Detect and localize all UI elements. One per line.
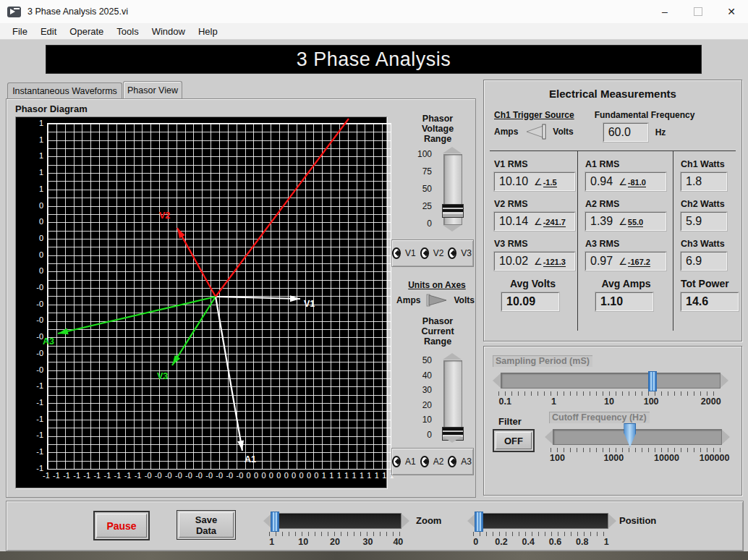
scale-label: 30 <box>363 537 373 547</box>
a1-rms-label: A1 RMS <box>585 159 667 169</box>
menu-window[interactable]: Window <box>145 25 192 38</box>
hz-unit-label: Hz <box>655 127 666 137</box>
sampling-period-slider[interactable] <box>501 373 721 389</box>
cutoff-left-arrow-icon[interactable] <box>545 430 553 444</box>
tick-label: -0 <box>236 471 243 480</box>
scale-label: 0.8 <box>576 537 588 547</box>
filter-label: Filter <box>498 416 522 427</box>
tick-label: 0 <box>403 219 432 228</box>
save-data-button[interactable]: Save Data <box>177 510 236 540</box>
current-range-scale: 50403020100 <box>403 356 432 439</box>
tick-label: 0 <box>254 471 258 480</box>
menu-file[interactable]: File <box>6 25 34 38</box>
tick-label: 0 <box>307 471 311 480</box>
units-on-axes-label: Units on Axes <box>397 280 477 290</box>
scale-label: 20 <box>330 537 340 547</box>
tot-power-display: 14.6 <box>681 292 739 311</box>
v1-rms-display: 10.10 ∠-1.5 <box>494 172 575 191</box>
cutoff-frequency-thumb[interactable] <box>624 423 636 447</box>
tick-label: -1 <box>83 471 90 480</box>
current-select-a1-led[interactable] <box>392 456 401 467</box>
zoom-slider[interactable] <box>271 513 401 529</box>
a2-rms-display: 1.39 ∠55.0 <box>585 212 666 231</box>
cutoff-right-arrow-icon[interactable] <box>722 430 730 444</box>
tick-label: 25 <box>403 202 432 211</box>
vector-a3-label: A3 <box>43 336 54 347</box>
position-thumb[interactable] <box>475 512 483 532</box>
x-axis-ticks: -1-1-1-1-1-1-1-1-1-1-0-0-0-0-0-0-0-0-0-0… <box>43 471 394 480</box>
current-range-label: Phasor Current Range <box>410 316 465 347</box>
tick-label: 0 <box>284 471 289 480</box>
tick-label: 1 <box>17 184 43 193</box>
sampling-right-arrow-icon[interactable] <box>721 373 728 388</box>
tick-label: -1 <box>103 471 111 480</box>
voltage-select-v3-led[interactable] <box>448 247 456 259</box>
voltage-select-v2-led[interactable] <box>420 247 429 259</box>
close-button[interactable]: ✕ <box>715 0 748 23</box>
phasor-vectors: V1V2V3A1A3 <box>48 124 391 469</box>
current-select-a1-label: A1 <box>405 457 416 467</box>
menu-tools[interactable]: Tools <box>110 25 145 38</box>
phasor-view-panel: Phasor Diagram 1111100000-0-0-0-0-0-0-1-… <box>6 98 476 498</box>
position-right-arrow-icon[interactable] <box>608 514 616 528</box>
voltage-range-increment-icon[interactable] <box>443 147 462 153</box>
tick-label: -0 <box>17 332 43 341</box>
sampling-period-label: Sampling Period (mS) <box>493 355 592 367</box>
tick-label: 50 <box>403 184 432 193</box>
current-select-a3-led[interactable] <box>448 456 456 467</box>
zoom-thumb[interactable] <box>271 512 279 532</box>
scale-label: 100 <box>550 453 565 463</box>
tick-label: 0 <box>314 471 318 480</box>
voltage-select-v3-label: V3 <box>461 248 472 258</box>
tick-label: -1 <box>17 415 43 423</box>
sampling-period-thumb[interactable] <box>648 371 657 391</box>
vector-a1-label: A1 <box>245 454 256 464</box>
tick-label: 50 <box>403 356 432 365</box>
tick-label: 1 <box>337 471 341 480</box>
phasor-diagram-plot[interactable]: 1111100000-0-0-0-0-0-0-1-1-1-1-1-1 V1V2V… <box>15 116 387 488</box>
current-select-a2-led[interactable] <box>420 456 429 467</box>
scale-label: 0.2 <box>495 537 507 547</box>
tab-phasor-view[interactable]: Phasor View <box>123 81 182 98</box>
tick-label: 1 <box>17 168 43 177</box>
tick-label: -1 <box>17 398 43 407</box>
menu-operate[interactable]: Operate <box>63 25 110 38</box>
tick-label: -0 <box>226 471 233 480</box>
voltage-range-slider[interactable] <box>443 154 462 225</box>
scale-label: 0.1 <box>498 396 511 407</box>
maximize-icon <box>694 7 702 16</box>
vector-v1-label: V1 <box>304 299 315 309</box>
tick-label: -1 <box>17 464 43 472</box>
units-toggle[interactable] <box>425 293 449 307</box>
vector-a2 <box>216 119 349 297</box>
voltage-range-decrement-icon[interactable] <box>443 225 462 232</box>
tick-label: -0 <box>145 471 152 480</box>
voltage-range-thumb[interactable] <box>442 204 464 218</box>
current-range-slider[interactable] <box>443 360 462 436</box>
fundamental-frequency-input[interactable]: 60.0 <box>603 123 648 142</box>
menu-edit[interactable]: Edit <box>34 25 63 38</box>
filter-off-button[interactable]: OFF <box>493 429 535 452</box>
cutoff-frequency-slider[interactable] <box>553 429 722 445</box>
sampling-period-scale: 0.11101002000 <box>498 391 720 407</box>
tick-label: 0 <box>276 471 281 480</box>
trigger-source-toggle[interactable] <box>522 124 548 140</box>
current-range-increment-icon[interactable] <box>443 353 462 360</box>
tick-label: -0 <box>195 471 203 480</box>
maximize-button[interactable] <box>681 0 715 23</box>
tick-label: -0 <box>17 365 43 374</box>
menu-help[interactable]: Help <box>192 25 224 38</box>
tick-label: 1 <box>344 471 349 480</box>
zoom-right-arrow-icon[interactable] <box>401 514 409 528</box>
window-title: 3 Phase Analysis 2025.vi <box>27 7 128 17</box>
minimize-button[interactable]: – <box>648 0 681 23</box>
tick-label: 1 <box>17 119 43 127</box>
tick-label: -0 <box>165 471 172 480</box>
sampling-left-arrow-icon[interactable] <box>493 373 501 388</box>
vector-v2 <box>177 228 216 297</box>
tick-label: -0 <box>155 471 162 480</box>
position-slider[interactable] <box>475 513 608 529</box>
tab-instantaneous-waveforms[interactable]: Instantaneous Waveforms <box>7 82 122 98</box>
pause-button[interactable]: Pause <box>93 511 150 540</box>
voltage-select-v1-led[interactable] <box>392 247 401 259</box>
